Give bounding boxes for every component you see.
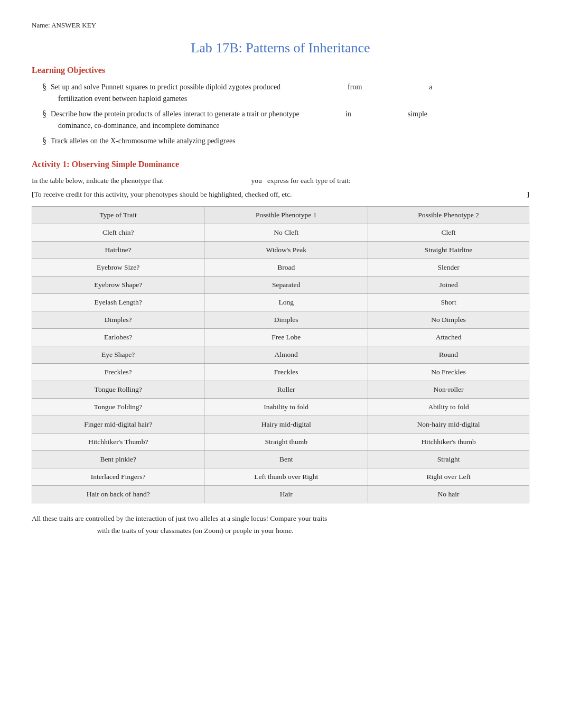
cell-3-0: Eyebrow Shape? xyxy=(32,277,204,294)
objective-text-2: Describe how the protein products of all… xyxy=(51,108,427,132)
table-row: Interlaced Fingers?Left thumb over Right… xyxy=(32,468,529,486)
learning-objectives-title: Learning Objectives xyxy=(32,66,529,75)
credit-note-text: [To receive credit for this activity, yo… xyxy=(32,190,292,199)
cell-1-0: Hairline? xyxy=(32,242,204,259)
objective-item-3: § Track alleles on the X-chromosome whil… xyxy=(42,135,529,147)
cell-5-1: Dimples xyxy=(204,311,368,329)
cell-6-0: Earlobes? xyxy=(32,329,204,346)
cell-11-1: Hairy mid-digital xyxy=(204,416,368,434)
cell-14-1: Left thumb over Right xyxy=(204,468,368,486)
cell-2-2: Slender xyxy=(368,259,529,277)
cell-4-0: Eyelash Length? xyxy=(32,294,204,311)
traits-table: Type of Trait Possible Phenotype 1 Possi… xyxy=(32,206,529,503)
bullet-3: § xyxy=(42,135,46,147)
cell-10-0: Tongue Folding? xyxy=(32,399,204,416)
cell-13-0: Bent pinkie? xyxy=(32,451,204,468)
cell-7-0: Eye Shape? xyxy=(32,346,204,364)
col-header-phenotype2: Possible Phenotype 2 xyxy=(368,207,529,224)
table-row: Hitchhiker's Thumb?Straight thumbHitchhi… xyxy=(32,434,529,451)
cell-4-2: Short xyxy=(368,294,529,311)
cell-0-1: No Cleft xyxy=(204,224,368,242)
cell-10-2: Ability to fold xyxy=(368,399,529,416)
table-row: Earlobes?Free LobeAttached xyxy=(32,329,529,346)
table-row: Hairline?Widow's PeakStraight Hairline xyxy=(32,242,529,259)
credit-note: [To receive credit for this activity, yo… xyxy=(32,190,529,199)
cell-15-0: Hair on back of hand? xyxy=(32,486,204,503)
objective-text-3: Track alleles on the X-chromosome while … xyxy=(51,135,236,147)
objective-text-1: Set up and solve Punnett squares to pred… xyxy=(51,81,433,105)
table-row: Eyebrow Shape?SeparatedJoined xyxy=(32,277,529,294)
table-row: Tongue Rolling?RollerNon-roller xyxy=(32,381,529,399)
table-row: Dimples?DimplesNo Dimples xyxy=(32,311,529,329)
cell-9-1: Roller xyxy=(204,381,368,399)
activity-1-section: Activity 1: Observing Simple Dominance I… xyxy=(32,160,529,503)
footer-note: All these traits are controlled by the i… xyxy=(32,513,529,537)
col-header-phenotype1: Possible Phenotype 1 xyxy=(204,207,368,224)
cell-6-2: Attached xyxy=(368,329,529,346)
cell-10-1: Inability to fold xyxy=(204,399,368,416)
cell-8-0: Freckles? xyxy=(32,364,204,381)
table-row: Bent pinkie?BentStraight xyxy=(32,451,529,468)
cell-8-2: No Freckles xyxy=(368,364,529,381)
cell-15-2: No hair xyxy=(368,486,529,503)
cell-9-0: Tongue Rolling? xyxy=(32,381,204,399)
table-row: Eyelash Length?LongShort xyxy=(32,294,529,311)
cell-8-1: Freckles xyxy=(204,364,368,381)
footer-line1: All these traits are controlled by the i… xyxy=(32,514,327,522)
cell-13-2: Straight xyxy=(368,451,529,468)
cell-3-1: Separated xyxy=(204,277,368,294)
activity-1-title: Activity 1: Observing Simple Dominance xyxy=(32,160,529,169)
cell-4-1: Long xyxy=(204,294,368,311)
page-title: Lab 17B: Patterns of Inheritance xyxy=(32,40,529,56)
table-row: Freckles?FrecklesNo Freckles xyxy=(32,364,529,381)
cell-12-0: Hitchhiker's Thumb? xyxy=(32,434,204,451)
credit-note-bracket: ] xyxy=(527,190,530,199)
footer-line2: with the traits of your classmates (on Z… xyxy=(97,527,293,535)
cell-1-1: Widow's Peak xyxy=(204,242,368,259)
objective-item-1: § Set up and solve Punnett squares to pr… xyxy=(42,81,529,105)
table-row: Eye Shape?AlmondRound xyxy=(32,346,529,364)
cell-9-2: Non-roller xyxy=(368,381,529,399)
cell-5-2: No Dimples xyxy=(368,311,529,329)
cell-2-1: Broad xyxy=(204,259,368,277)
table-row: Hair on back of hand?HairNo hair xyxy=(32,486,529,503)
bullet-1: § xyxy=(42,81,46,93)
cell-14-2: Right over Left xyxy=(368,468,529,486)
name-label: Name: ANSWER KEY xyxy=(32,21,529,30)
table-row: Eyebrow Size?BroadSlender xyxy=(32,259,529,277)
cell-7-2: Round xyxy=(368,346,529,364)
cell-2-0: Eyebrow Size? xyxy=(32,259,204,277)
cell-12-2: Hitchhiker's thumb xyxy=(368,434,529,451)
objective-item-2: § Describe how the protein products of a… xyxy=(42,108,529,132)
table-row: Finger mid-digital hair?Hairy mid-digita… xyxy=(32,416,529,434)
cell-11-2: Non-hairy mid-digital xyxy=(368,416,529,434)
objectives-list: § Set up and solve Punnett squares to pr… xyxy=(42,81,529,147)
cell-3-2: Joined xyxy=(368,277,529,294)
cell-11-0: Finger mid-digital hair? xyxy=(32,416,204,434)
table-row: Tongue Folding?Inability to foldAbility … xyxy=(32,399,529,416)
cell-15-1: Hair xyxy=(204,486,368,503)
cell-7-1: Almond xyxy=(204,346,368,364)
table-row: Cleft chin?No CleftCleft xyxy=(32,224,529,242)
cell-0-2: Cleft xyxy=(368,224,529,242)
cell-0-0: Cleft chin? xyxy=(32,224,204,242)
cell-13-1: Bent xyxy=(204,451,368,468)
bullet-2: § xyxy=(42,108,46,120)
activity-1-intro: In the table below, indicate the phenoty… xyxy=(32,176,529,186)
cell-5-0: Dimples? xyxy=(32,311,204,329)
cell-14-0: Interlaced Fingers? xyxy=(32,468,204,486)
col-header-trait: Type of Trait xyxy=(32,207,204,224)
cell-12-1: Straight thumb xyxy=(204,434,368,451)
cell-6-1: Free Lobe xyxy=(204,329,368,346)
cell-1-2: Straight Hairline xyxy=(368,242,529,259)
